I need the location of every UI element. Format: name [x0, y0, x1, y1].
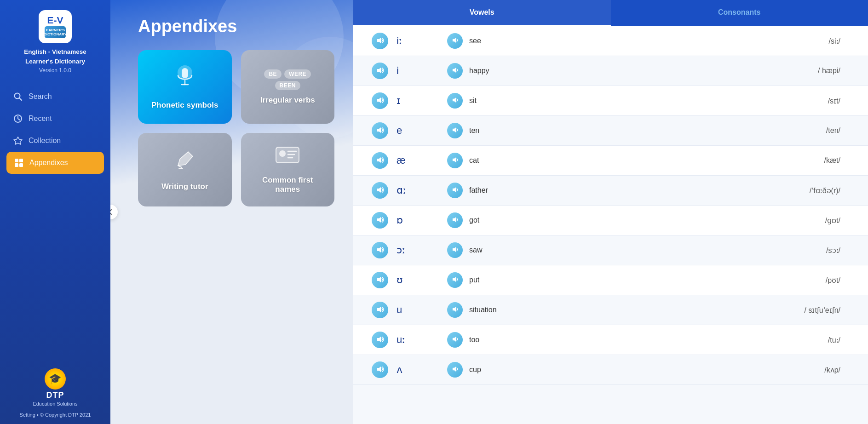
sidebar-item-recent[interactable]: Recent — [0, 108, 110, 130]
speaker-icon — [452, 156, 459, 165]
symbol-sound-button[interactable] — [372, 242, 388, 258]
speaker-icon — [452, 216, 459, 224]
phonetic-row: u situation / sɪtʃuˈeɪʃn/ — [353, 295, 868, 325]
phonetic-symbols-card[interactable]: Phonetic symbols — [138, 50, 232, 124]
app-title-line2: Learner's Dictionary — [25, 57, 85, 66]
pen-icon — [173, 148, 196, 176]
symbol-sound-button[interactable] — [372, 302, 388, 318]
sidebar: E-V LEARNER'SDICTIONARY English - Vietna… — [0, 0, 110, 424]
word-sound-button[interactable] — [447, 123, 463, 138]
ipa-transcription: /ten/ — [826, 126, 850, 135]
speaker-icon — [452, 366, 459, 374]
phonetic-row: uː too /tuː/ — [353, 325, 868, 355]
symbol-sound-button[interactable] — [372, 92, 388, 109]
writing-tutor-label: Writing tutor — [161, 182, 208, 191]
phonetic-row: e ten /ten/ — [353, 116, 868, 146]
speaker-icon — [452, 186, 459, 195]
word-sound-button[interactable] — [447, 183, 463, 198]
word-sound-button[interactable] — [447, 153, 463, 168]
ipa-transcription: /ˈfɑːðə(r)/ — [810, 186, 850, 195]
phonetic-row: ʊ put /pʊt/ — [353, 265, 868, 295]
svg-marker-28 — [377, 187, 381, 193]
svg-marker-37 — [452, 307, 456, 312]
phonetic-symbol: uː — [397, 334, 420, 346]
ipa-transcription: / hæpi/ — [818, 67, 850, 75]
example-word: saw — [469, 246, 826, 254]
collection-label: Collection — [29, 137, 61, 145]
svg-point-14 — [279, 150, 286, 157]
svg-rect-6 — [19, 163, 23, 167]
symbol-sound-button[interactable] — [372, 272, 388, 288]
word-sound-button[interactable] — [447, 33, 463, 49]
svg-marker-22 — [377, 97, 381, 103]
sidebar-item-collection[interactable]: Collection — [0, 130, 110, 152]
symbol-sound-button[interactable] — [372, 122, 388, 139]
svg-line-11 — [178, 166, 182, 167]
speaker-icon — [376, 126, 384, 135]
speaker-icon — [376, 37, 384, 46]
ipa-transcription: / sɪtʃuˈeɪʃn/ — [805, 306, 850, 315]
ipa-transcription: /ɡɒt/ — [825, 216, 850, 225]
ipa-transcription: /pʊt/ — [826, 276, 850, 285]
word-sound-button[interactable] — [447, 302, 463, 318]
svg-marker-23 — [452, 97, 456, 103]
example-word: see — [469, 37, 829, 45]
ipa-transcription: /siː/ — [829, 37, 850, 46]
app-logo: E-V LEARNER'SDICTIONARY — [39, 10, 72, 43]
symbol-sound-button[interactable] — [372, 152, 388, 169]
symbol-sound-button[interactable] — [372, 361, 388, 378]
svg-marker-30 — [377, 217, 381, 223]
example-word: put — [469, 276, 826, 284]
symbol-sound-button[interactable] — [372, 212, 388, 229]
svg-marker-32 — [377, 247, 381, 252]
writing-tutor-card[interactable]: Writing tutor — [138, 133, 232, 206]
symbol-sound-button[interactable] — [372, 332, 388, 348]
speaker-icon — [376, 216, 384, 225]
irregular-verbs-card[interactable]: BE WERE BEEN Irregular verbs — [241, 50, 335, 124]
example-word: cup — [469, 366, 824, 374]
sidebar-item-search[interactable]: Search — [0, 86, 110, 108]
id-icon — [275, 145, 300, 169]
speaker-icon — [376, 67, 384, 75]
svg-rect-8 — [182, 68, 188, 78]
word-sound-button[interactable] — [447, 93, 463, 109]
word-sound-button[interactable] — [447, 332, 463, 348]
speaker-icon — [376, 97, 384, 105]
sidebar-footer: 🎓 DTP Education Solutions Setting • © Co… — [20, 361, 91, 424]
symbol-sound-button[interactable] — [372, 182, 388, 199]
word-sound-button[interactable] — [447, 272, 463, 288]
search-icon — [13, 92, 23, 102]
svg-marker-35 — [452, 277, 456, 282]
verb-been: BEEN — [275, 81, 300, 90]
word-sound-button[interactable] — [447, 212, 463, 228]
svg-marker-24 — [377, 127, 381, 133]
phonetic-symbol: i — [397, 65, 420, 77]
phonetic-symbol: e — [397, 125, 420, 137]
tab-consonants[interactable]: Consonants — [611, 0, 868, 26]
word-sound-button[interactable] — [447, 362, 463, 378]
speaker-icon — [376, 366, 384, 374]
irregular-verbs-label: Irregular verbs — [260, 96, 315, 105]
example-word: sit — [469, 97, 828, 105]
phonetic-row: ɪ sit /sɪt/ — [353, 86, 868, 116]
right-panel: Vowels Consonants iː see /siː — [353, 0, 868, 424]
word-sound-button[interactable] — [447, 63, 463, 79]
symbol-sound-button[interactable] — [372, 63, 388, 79]
app-title-line1: English - Vietnamese — [24, 48, 86, 57]
speaker-icon — [452, 67, 459, 75]
common-names-card[interactable]: Common first names — [241, 133, 335, 206]
svg-marker-38 — [377, 337, 381, 342]
symbol-sound-button[interactable] — [372, 33, 388, 49]
phonetic-row: ʌ cup /kʌp/ — [353, 355, 868, 385]
ipa-transcription: /kæt/ — [824, 156, 850, 165]
svg-marker-33 — [452, 247, 456, 252]
phonetic-symbol: ɒ — [397, 214, 420, 226]
verb-be: BE — [264, 69, 282, 79]
phonetic-symbol: æ — [397, 155, 420, 166]
word-sound-button[interactable] — [447, 242, 463, 258]
svg-marker-34 — [377, 277, 381, 282]
main-content-area: Appendixes Phonetic symbols BE WERE — [110, 0, 353, 424]
tab-vowels[interactable]: Vowels — [353, 0, 611, 26]
sidebar-item-appendixes[interactable]: Appendixes — [6, 152, 104, 174]
phonetic-symbol: ɪ — [397, 95, 420, 107]
